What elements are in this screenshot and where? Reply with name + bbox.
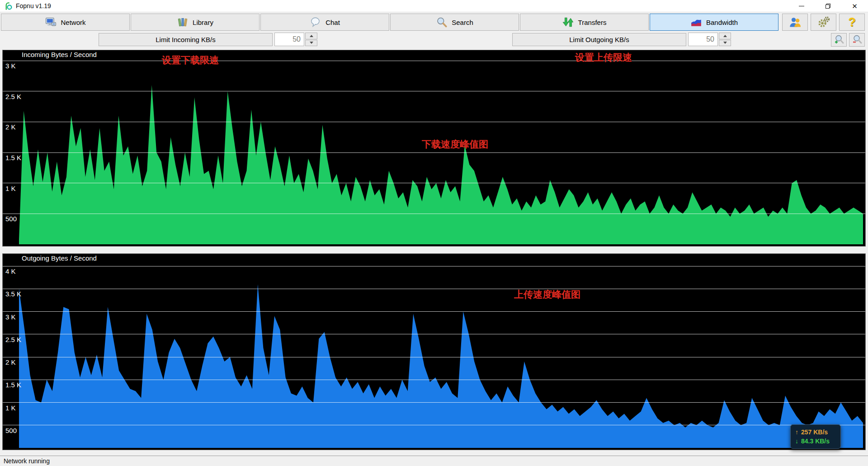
incoming-limit-input[interactable] (274, 33, 304, 46)
annotation-set-download-limit: 设置下载限速 (162, 54, 219, 67)
tab-label: Transfers (578, 19, 607, 26)
tab-network[interactable]: Network (1, 14, 130, 31)
ytick-label: 4 K (5, 267, 16, 275)
tab-label: Network (61, 19, 85, 26)
ytick-label: 2 K (5, 123, 16, 131)
spin-up-icon (723, 35, 727, 37)
bandwidth-toolbar: Limit Incoming KB/s Limit Outgoing KB/s (0, 32, 868, 48)
ytick-label: 500 (5, 427, 17, 434)
ytick-label: 2 K (5, 358, 16, 366)
tab-label: Bandwidth (706, 19, 738, 26)
annotation-set-upload-limit: 设置上传限速 (575, 51, 632, 64)
up-down-arrows-icon (562, 16, 574, 28)
tab-chat[interactable]: Chat (260, 14, 389, 31)
wave-chart-icon (690, 16, 702, 28)
minimize-icon (799, 6, 804, 6)
users-icon (789, 16, 802, 29)
outgoing-chart-panel[interactable]: Outgoing Bytes / Second 4 K3.5 K3 K2.5 K… (2, 253, 866, 450)
magnifier-icon (436, 16, 448, 28)
tab-label: Search (452, 19, 473, 26)
close-icon: ✕ (852, 3, 858, 10)
ytick-label: 2.5 K (5, 336, 21, 343)
users-button[interactable] (782, 14, 808, 31)
outgoing-limit-input[interactable] (688, 33, 718, 46)
incoming-spin-down-button[interactable] (305, 40, 317, 47)
spin-down-icon (723, 42, 727, 44)
restore-icon (826, 4, 830, 9)
window-title: Fopnu v1.19 (16, 2, 51, 10)
books-icon (177, 16, 189, 28)
zoom-out-button[interactable] (849, 33, 865, 47)
limit-incoming-button[interactable]: Limit Incoming KB/s (99, 33, 273, 46)
outgoing-area-series (19, 284, 863, 448)
tab-transfers[interactable]: Transfers (520, 14, 649, 31)
restore-button[interactable] (815, 0, 841, 12)
ytick-label: 500 (5, 215, 17, 223)
main-toolbar: Network Library Chat Search (0, 13, 868, 32)
title-bar: Fopnu v1.19 ✕ (0, 0, 868, 12)
speech-bubble-icon (310, 16, 321, 28)
help-button[interactable]: ? (839, 14, 865, 31)
outgoing-area-chart: 4 K3.5 K3 K2.5 K2 K1.5 K1 K500 (3, 254, 865, 450)
outgoing-spin-up-button[interactable] (719, 33, 731, 39)
ytick-label: 3 K (5, 62, 16, 70)
limit-incoming-label: Limit Incoming KB/s (156, 36, 216, 43)
speed-tooltip: ↑ 257 KB/s ↓ 84.3 KB/s (790, 424, 841, 449)
computer-icon (45, 16, 57, 28)
tab-label: Chat (326, 19, 340, 26)
zoom-out-icon (852, 34, 863, 45)
settings-button[interactable] (811, 14, 836, 31)
spin-down-icon (310, 42, 313, 44)
ytick-label: 1 K (5, 185, 16, 192)
fopnu-logo-icon (4, 2, 13, 10)
ytick-label: 1 K (5, 404, 16, 412)
outgoing-chart-title: Outgoing Bytes / Second (22, 254, 97, 262)
upload-arrow-icon: ↑ (795, 428, 798, 436)
ytick-label: 1.5 K (5, 154, 21, 162)
minimize-button[interactable] (788, 0, 815, 12)
incoming-spin-up-button[interactable] (305, 33, 317, 39)
ytick-label: 3.5 K (5, 290, 21, 298)
incoming-chart-title: Incoming Bytes / Second (22, 51, 97, 58)
ytick-label: 3 K (5, 313, 16, 321)
app-window: Fopnu v1.19 ✕ Network Librar (0, 0, 868, 466)
limit-outgoing-label: Limit Outgoing KB/s (569, 36, 629, 43)
download-arrow-icon: ↓ (795, 437, 798, 445)
upload-speed-value: 257 KB/s (801, 428, 828, 436)
help-icon: ? (848, 15, 856, 29)
status-bar: Network running (0, 456, 868, 466)
tab-bandwidth[interactable]: Bandwidth (650, 14, 778, 31)
zoom-in-icon (834, 34, 844, 45)
gears-icon (817, 16, 830, 29)
outgoing-limit-spinner (688, 33, 731, 46)
incoming-limit-spinner (274, 33, 317, 46)
tab-search[interactable]: Search (390, 14, 519, 31)
annotation-upload-peak: 上传速度峰值图 (514, 288, 580, 301)
limit-outgoing-button[interactable]: Limit Outgoing KB/s (512, 33, 686, 46)
annotation-download-peak: 下载速度峰值图 (422, 138, 488, 151)
download-speed-value: 84.3 KB/s (801, 437, 830, 445)
incoming-area-series (19, 85, 863, 244)
spin-up-icon (310, 35, 313, 37)
tab-library[interactable]: Library (131, 14, 259, 31)
close-button[interactable]: ✕ (841, 0, 868, 12)
outgoing-spin-down-button[interactable] (719, 40, 731, 47)
status-text: Network running (4, 457, 50, 465)
ytick-label: 1.5 K (5, 381, 21, 389)
tab-label: Library (193, 19, 213, 26)
ytick-label: 2.5 K (5, 93, 21, 100)
zoom-in-button[interactable] (831, 33, 847, 47)
